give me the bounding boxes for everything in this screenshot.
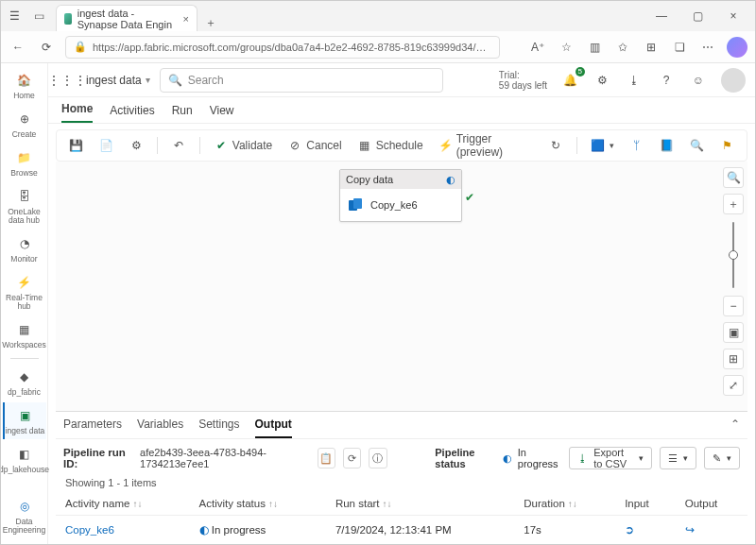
filter-button[interactable]: ☰ ▾ — [660, 447, 696, 469]
notebook-button[interactable]: 📘 — [656, 135, 679, 156]
trigger-button[interactable]: ⚡Trigger (preview) — [435, 129, 537, 162]
favorite-icon[interactable]: ☆ — [557, 38, 576, 57]
rail-onelake[interactable]: 🗄 OneLake data hub — [3, 183, 46, 229]
table-row[interactable]: Copy_ke6 ◐ In progress 7/19/2024, 12:13:… — [56, 516, 747, 545]
window-minimize-button[interactable]: — — [649, 9, 674, 23]
toolbar-separator — [576, 137, 577, 154]
trial-status: Trial: 59 days left — [499, 70, 547, 91]
history-button[interactable]: ↻ — [544, 135, 567, 156]
breadcrumb[interactable]: ingest data ▾ — [86, 74, 150, 87]
zoom-out-button[interactable]: − — [723, 296, 744, 316]
tabs-icon[interactable]: ▭ — [29, 7, 48, 26]
copy-run-id-button[interactable]: 📋 — [318, 448, 335, 468]
copilot-icon[interactable] — [727, 37, 747, 58]
rail-ingest-data[interactable]: ▣ ingest data — [3, 402, 46, 439]
data-engineering-icon: ◎ — [15, 497, 34, 516]
zoom-slider[interactable] — [732, 222, 734, 288]
rail-home[interactable]: 🏠 Home — [3, 67, 46, 104]
chevron-down-icon: ▾ — [727, 453, 731, 463]
tab-run[interactable]: Run — [172, 104, 193, 123]
fullscreen-button[interactable]: ⤢ — [723, 375, 744, 396]
check-icon: ✔ — [465, 191, 474, 204]
save-as-button[interactable]: 📄 — [94, 135, 117, 156]
search-input[interactable]: 🔍 Search — [160, 68, 443, 93]
more-icon[interactable]: ⋯ — [698, 38, 717, 57]
wallet-icon[interactable]: ❏ — [670, 38, 689, 57]
save-as-icon: 📄 — [98, 138, 113, 153]
rail-realtime[interactable]: ⚡ Real-Time hub — [3, 269, 46, 315]
col-duration[interactable]: Duration↑↓ — [514, 492, 615, 516]
rail-dp-lakehouse[interactable]: ◧ dp_lakehouse — [3, 441, 46, 478]
undo-button[interactable]: ↶ — [167, 135, 190, 156]
cube-icon: 🟦 — [591, 138, 606, 153]
settings-button[interactable]: ⚙ — [593, 71, 611, 90]
edit-columns-button[interactable]: ✎ ▾ — [704, 447, 740, 469]
rail-dp-fabric[interactable]: ◆ dp_fabric — [3, 364, 46, 400]
refresh-output-button[interactable]: ⟳ — [343, 448, 361, 468]
close-tab-icon[interactable]: × — [183, 13, 189, 25]
col-input[interactable]: Input — [615, 492, 676, 516]
bottom-tab-parameters[interactable]: Parameters — [63, 417, 122, 438]
col-activity-status[interactable]: Activity status↑↓ — [190, 492, 326, 516]
zoom-handle[interactable] — [729, 250, 738, 260]
fit-button[interactable]: ▣ — [723, 322, 744, 343]
new-tab-button[interactable]: ＋ — [198, 15, 224, 31]
tab-view[interactable]: View — [210, 104, 234, 123]
page-header: ⋮⋮⋮ ingest data ▾ 🔍 Search Trial: 59 day… — [48, 63, 755, 97]
flag-button[interactable]: ⚑ — [716, 135, 739, 156]
zoom-in-button[interactable]: ＋ — [723, 194, 744, 214]
cancel-button[interactable]: ⊘Cancel — [284, 135, 345, 156]
canvas[interactable]: Copy data ◐ Copy_ke6 ✔ 🔍 ＋ − — [56, 162, 747, 411]
tab-home[interactable]: Home — [61, 102, 93, 123]
window-close-button[interactable]: × — [721, 9, 746, 23]
profile-icon[interactable]: ☰ — [5, 7, 24, 26]
settings-toolbar-button[interactable]: ⚙ — [125, 135, 147, 156]
notifications-button[interactable]: 🔔 5 — [560, 71, 579, 90]
avatar[interactable] — [721, 68, 746, 93]
branch-button[interactable]: ᛘ — [626, 135, 648, 156]
save-button[interactable]: 💾 — [64, 135, 87, 156]
input-icon[interactable]: ➲ — [625, 524, 634, 536]
refresh-button[interactable]: ⟳ — [37, 38, 56, 57]
chevron-down-icon: ▾ — [639, 453, 644, 463]
rail-browse[interactable]: 📁 Browse — [3, 145, 46, 181]
search-toolbar-button[interactable]: 🔍 — [686, 135, 709, 156]
rail-monitor[interactable]: ◔ Monitor — [3, 230, 46, 267]
duration-value: 17s — [514, 516, 615, 545]
rail-create[interactable]: ⊕ Create — [3, 106, 46, 143]
feedback-button[interactable]: ☺ — [689, 71, 708, 90]
check-icon: ✔ — [214, 138, 229, 153]
info-button[interactable]: ⓘ — [369, 448, 387, 468]
copy-data-node[interactable]: Copy data ◐ Copy_ke6 ✔ — [339, 169, 462, 222]
app-launcher-icon[interactable]: ⋮⋮⋮ — [58, 71, 77, 90]
window-maximize-button[interactable]: ▢ — [685, 9, 710, 23]
search-canvas-button[interactable]: 🔍 — [723, 167, 744, 188]
schedule-button[interactable]: ▦Schedule — [353, 135, 427, 156]
spinner-icon: ◐ — [503, 452, 512, 465]
favorites-bar-icon[interactable]: ✩ — [613, 38, 632, 57]
tab-activities[interactable]: Activities — [110, 104, 154, 123]
back-button[interactable]: ← — [9, 38, 27, 57]
read-aloud-icon[interactable]: A⁺ — [528, 38, 547, 57]
activity-name-link[interactable]: Copy_ke6 — [65, 524, 114, 536]
col-run-start[interactable]: Run start↑↓ — [326, 492, 514, 516]
bottom-tab-settings[interactable]: Settings — [198, 417, 239, 438]
output-icon[interactable]: ↪ — [685, 524, 695, 536]
collapse-panel-button[interactable]: ⌃ — [730, 417, 740, 438]
bottom-tab-variables[interactable]: Variables — [137, 417, 183, 438]
data-source-button[interactable]: 🟦▾ — [587, 135, 618, 156]
rail-workspaces[interactable]: ▦ Workspaces — [3, 316, 46, 353]
minimap-button[interactable]: ⊞ — [723, 349, 744, 369]
extensions-icon[interactable]: ⊞ — [642, 38, 661, 57]
validate-button[interactable]: ✔Validate — [210, 135, 276, 156]
help-button[interactable]: ? — [657, 71, 676, 90]
url-field[interactable]: 🔒 https://app.fabric.microsoft.com/group… — [65, 36, 500, 59]
rail-data-engineering[interactable]: ◎ Data Engineering — [3, 493, 46, 538]
collections-icon[interactable]: ▥ — [585, 38, 604, 57]
browser-tab[interactable]: ingest data - Synapse Data Engin × — [56, 5, 198, 31]
col-output[interactable]: Output — [676, 492, 747, 516]
bottom-tab-output[interactable]: Output — [255, 417, 292, 438]
col-activity-name[interactable]: Activity name↑↓ — [56, 492, 190, 516]
download-button[interactable]: ⭳ — [625, 71, 644, 90]
export-csv-button[interactable]: ⭳ Export to CSV ▾ — [569, 447, 652, 469]
